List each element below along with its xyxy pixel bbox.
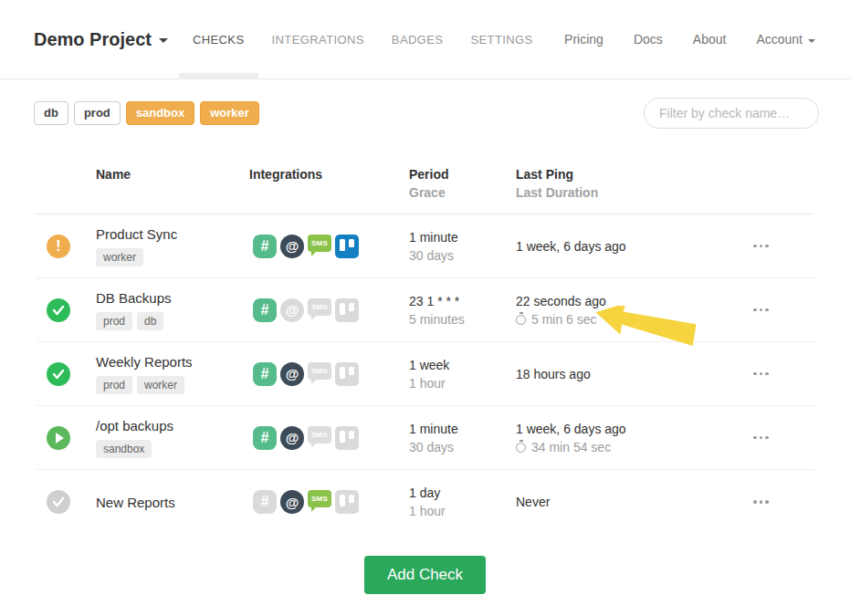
check-grace: 1 hour [409,374,516,392]
check-last-ping: 18 hours ago [516,365,750,383]
check-name: Product Sync [96,226,249,242]
trello-integration-icon [335,490,359,514]
email-integration-icon: @ [280,235,304,258]
check-last-duration: 34 min 54 sec [531,438,611,456]
check-row[interactable]: !Product Syncworker#@SMS1 minute30 days1… [37,214,813,278]
nav-tab-integrations[interactable]: INTEGRATIONS [258,0,378,79]
header-grace: Grace [409,183,516,202]
trello-integration-icon [335,298,359,322]
sms-integration-icon: SMS [308,426,331,450]
check-last-duration: 5 min 6 sec [531,310,597,329]
project-switcher[interactable]: Demo Project [34,29,168,50]
row-menu-button[interactable] [750,500,813,504]
slack-integration-icon: # [253,298,277,322]
check-grace: 30 days [409,438,516,456]
check-row[interactable]: Weekly Reportsprodworker#@SMS1 week1 hou… [37,342,813,406]
status-new-icon [47,490,70,514]
header-last-ping: Last Ping [516,165,750,183]
check-tag: worker [137,376,184,394]
nav-link-pricing[interactable]: Pricing [564,32,603,47]
check-last-ping: 22 seconds ago [516,292,750,310]
play-icon [56,433,64,444]
check-row[interactable]: New Reports#@SMS1 day1 hourNever [37,470,813,534]
row-menu-button[interactable] [750,245,813,248]
check-grace: 30 days [409,246,516,265]
check-last-ping: Never [516,493,750,511]
status-up-icon [47,362,70,386]
status-started-icon [47,426,70,450]
check-name: New Reports [96,495,249,510]
sms-integration-icon: SMS [308,298,331,322]
check-period: 23 1 * * * [409,292,516,310]
nav-tabs: CHECKSINTEGRATIONSBADGESSETTINGS [179,0,547,79]
header-name: Name [96,165,249,202]
stopwatch-icon [516,315,526,325]
sms-integration-icon: SMS [308,235,331,258]
filter-bar: dbprodsandboxworker [0,79,850,129]
trello-integration-icon [335,426,359,450]
check-name: /opt backups [96,418,249,433]
check-tag: prod [96,376,132,394]
email-integration-icon: @ [280,490,304,514]
nav-tab-checks[interactable]: CHECKS [179,0,258,79]
stopwatch-icon [516,443,526,453]
chevron-down-icon [159,38,168,43]
nav-link-docs[interactable]: Docs [634,32,663,47]
check-tag: sandbox [96,440,152,458]
check-last-ping: 1 week, 6 days ago [516,237,750,256]
check-period: 1 minute [409,228,516,246]
check-tag: prod [96,312,132,330]
check-period: 1 minute [409,420,516,438]
nav-link-about[interactable]: About [693,32,727,47]
slack-integration-icon: # [253,490,277,514]
row-menu-button[interactable] [750,436,813,440]
check-tag: db [137,312,163,330]
row-menu-button[interactable] [750,372,813,376]
tag-filter-sandbox[interactable]: sandbox [126,101,194,125]
email-integration-icon: @ [280,426,304,450]
check-row[interactable]: /opt backupssandbox#@SMS1 minute30 days1… [37,406,813,470]
tag-filter-worker[interactable]: worker [200,101,259,125]
checks-table: Name Integrations Period Grace Last Ping… [37,129,813,534]
status-up-icon [47,298,70,322]
project-title: Demo Project [34,29,152,50]
tag-filter-list: dbprodsandboxworker [34,101,259,125]
nav-right: Pricing Docs About Account [564,32,815,47]
email-integration-icon: @ [280,298,304,322]
tag-filter-prod[interactable]: prod [74,101,121,125]
account-menu[interactable]: Account [756,32,815,47]
check-name: DB Backups [96,290,249,306]
add-check-area: Add Check [0,556,850,594]
check-row[interactable]: DB Backupsproddb#@SMS23 1 * * *5 minutes… [37,278,813,342]
chevron-down-icon [808,39,815,43]
trello-integration-icon [335,235,359,258]
table-body: !Product Syncworker#@SMS1 minute30 days1… [37,214,813,534]
header-period: Period [409,165,516,183]
tag-filter-db[interactable]: db [34,101,68,125]
header-integrations: Integrations [249,165,409,202]
top-nav: Demo Project CHECKSINTEGRATIONSBADGESSET… [0,0,850,79]
slack-integration-icon: # [253,362,277,386]
checks-page: Demo Project CHECKSINTEGRATIONSBADGESSET… [0,0,850,616]
email-integration-icon: @ [280,362,304,386]
nav-tab-badges[interactable]: BADGES [378,0,457,79]
sms-integration-icon: SMS [308,490,331,514]
slack-integration-icon: # [253,235,277,258]
check-grace: 5 minutes [409,310,516,329]
check-grace: 1 hour [409,502,516,520]
status-warning-icon: ! [47,235,70,258]
slack-integration-icon: # [253,426,277,450]
table-header: Name Integrations Period Grace Last Ping… [37,129,813,214]
check-name: Weekly Reports [96,354,249,370]
check-last-ping: 1 week, 6 days ago [516,420,750,438]
check-tag: worker [96,248,143,266]
account-label: Account [756,32,803,47]
nav-tab-settings[interactable]: SETTINGS [456,0,546,79]
trello-integration-icon [335,362,359,386]
check-period: 1 week [409,356,516,374]
check-name-filter-input[interactable] [644,98,819,129]
header-last-duration: Last Duration [516,183,750,202]
row-menu-button[interactable] [750,308,813,312]
sms-integration-icon: SMS [308,362,331,386]
add-check-button[interactable]: Add Check [364,556,486,594]
